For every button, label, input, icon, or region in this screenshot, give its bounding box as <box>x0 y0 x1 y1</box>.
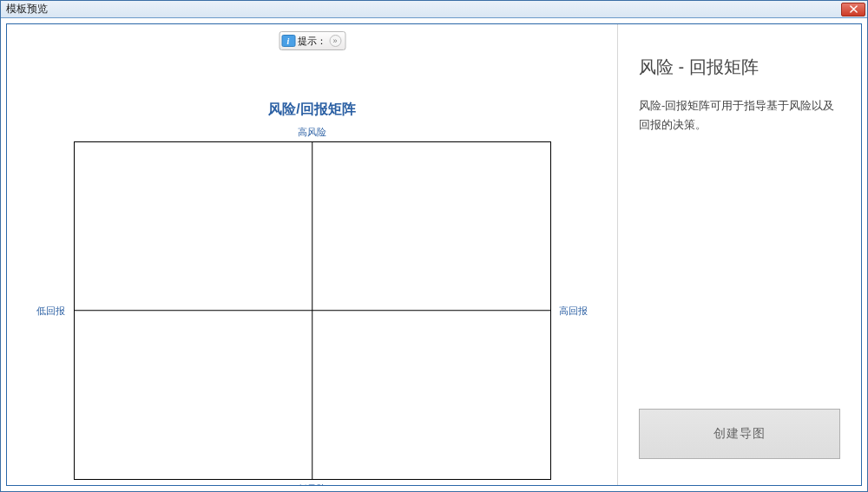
window-frame: 模板预览 i 提示： » 风险/回报矩阵 高风险 低回报 <box>0 0 868 492</box>
preview-pane: i 提示： » 风险/回报矩阵 高风险 低回报 高回报 低风 <box>7 24 618 485</box>
hint-bar[interactable]: i 提示： » <box>279 31 345 50</box>
window-title: 模板预览 <box>6 2 841 16</box>
create-map-label: 创建导图 <box>713 426 766 442</box>
info-pane: 风险 - 回报矩阵 风险-回报矩阵可用于指导基于风险以及回报的决策。 创建导图 <box>618 24 861 485</box>
close-button[interactable] <box>841 3 865 16</box>
axis-right-label: 高回报 <box>556 305 591 318</box>
risk-reward-diagram: 风险/回报矩阵 高风险 低回报 高回报 低风险 <box>7 101 617 485</box>
close-icon <box>850 5 858 13</box>
axis-left-label: 低回报 <box>34 305 69 318</box>
matrix-row: 低回报 高回报 <box>34 141 591 480</box>
hint-label: 提示： <box>298 35 326 48</box>
matrix-horizontal-divider <box>75 310 550 311</box>
create-map-button[interactable]: 创建导图 <box>639 409 840 459</box>
title-bar: 模板预览 <box>1 1 867 18</box>
info-icon: i <box>281 35 295 47</box>
window-body: i 提示： » 风险/回报矩阵 高风险 低回报 高回报 低风 <box>1 18 867 491</box>
axis-bottom-label: 低风险 <box>298 482 326 485</box>
content-frame: i 提示： » 风险/回报矩阵 高风险 低回报 高回报 低风 <box>6 23 862 486</box>
info-title: 风险 - 回报矩阵 <box>639 56 840 79</box>
expand-icon[interactable]: » <box>329 35 341 47</box>
axis-top-label: 高风险 <box>298 126 326 139</box>
diagram-title: 风险/回报矩阵 <box>268 101 355 119</box>
info-description: 风险-回报矩阵可用于指导基于风险以及回报的决策。 <box>639 96 840 409</box>
matrix-grid <box>74 141 551 480</box>
